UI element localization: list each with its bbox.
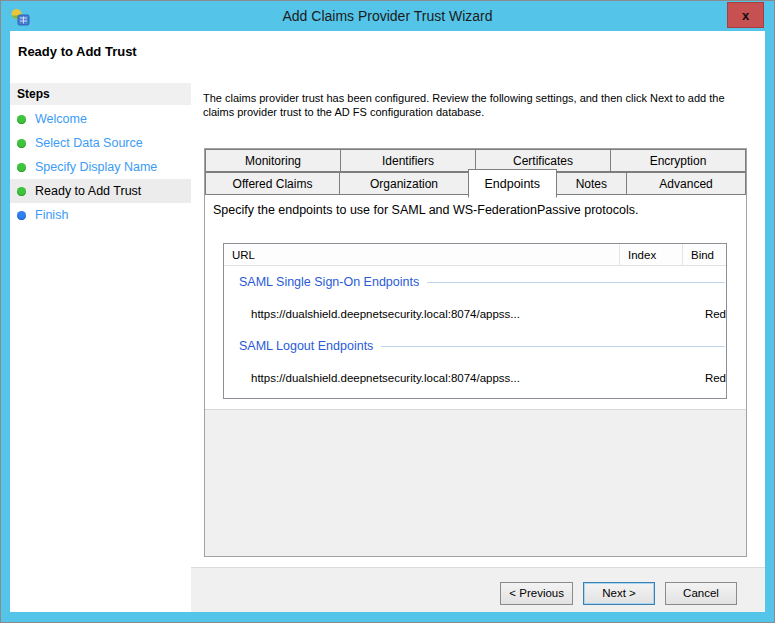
group-rule-line	[427, 282, 725, 283]
table-row[interactable]: https://dualshield.deepnetsecurity.local…	[224, 298, 726, 330]
listview-header: URL Index Bind	[224, 244, 726, 266]
column-header-index[interactable]: Index	[619, 244, 682, 265]
steps-sidebar: Steps Welcome Select Data Source Specify…	[10, 83, 191, 612]
close-button[interactable]: x	[727, 2, 764, 28]
column-header-url[interactable]: URL	[224, 244, 619, 265]
dialog-client-area: Ready to Add Trust Steps Welcome Select …	[10, 31, 765, 612]
step-current-icon	[17, 187, 26, 196]
step-done-icon	[17, 115, 26, 124]
close-icon: x	[742, 8, 749, 23]
sidebar-item-specify-display-name[interactable]: Specify Display Name	[10, 155, 191, 179]
table-row[interactable]: https://dualshield.deepnetsecurity.local…	[224, 362, 726, 394]
steps-list: Welcome Select Data Source Specify Displ…	[10, 105, 191, 227]
tab-identifiers[interactable]: Identifiers	[340, 149, 476, 172]
tab-control-lower-panel	[205, 409, 746, 556]
tab-monitoring[interactable]: Monitoring	[205, 149, 341, 172]
step-upcoming-icon	[17, 211, 26, 220]
tab-encryption[interactable]: Encryption	[610, 149, 746, 172]
previous-button[interactable]: < Previous	[500, 582, 573, 605]
step-done-icon	[17, 163, 26, 172]
steps-header: Steps	[10, 83, 191, 105]
next-button[interactable]: Next >	[583, 582, 655, 605]
endpoints-tab-page: Specify the endpoints to use for SAML an…	[205, 195, 746, 409]
sidebar-item-select-data-source[interactable]: Select Data Source	[10, 131, 191, 155]
properties-tab-control: Monitoring Identifiers Certificates Encr…	[204, 148, 747, 557]
wizard-description: The claims provider trust has been confi…	[203, 91, 755, 119]
endpoints-listview: URL Index Bind SAML Single Sign-On Endpo…	[223, 243, 727, 399]
tab-offered-claims[interactable]: Offered Claims	[205, 172, 340, 195]
window-title: Add Claims Provider Trust Wizard	[1, 8, 774, 24]
step-done-icon	[17, 139, 26, 148]
page-title: Ready to Add Trust	[18, 44, 137, 59]
cancel-button[interactable]: Cancel	[665, 582, 737, 605]
tab-advanced[interactable]: Advanced	[626, 172, 746, 195]
wizard-window: Add Claims Provider Trust Wizard x Ready…	[0, 0, 775, 623]
tab-row-2: Offered Claims Organization Endpoints No…	[205, 172, 746, 195]
sidebar-item-welcome[interactable]: Welcome	[10, 107, 191, 131]
tab-notes[interactable]: Notes	[556, 172, 628, 195]
tab-organization[interactable]: Organization	[339, 172, 469, 195]
column-header-binding[interactable]: Bind	[682, 244, 726, 265]
button-bar: < Previous Next > Cancel	[191, 567, 765, 612]
group-header-logout-endpoints: SAML Logout Endpoints	[224, 330, 726, 362]
tab-endpoints[interactable]: Endpoints	[468, 169, 557, 198]
sidebar-item-finish[interactable]: Finish	[10, 203, 191, 227]
group-rule-line	[381, 346, 725, 347]
group-header-sso-endpoints: SAML Single Sign-On Endpoints	[224, 266, 726, 298]
title-bar: Add Claims Provider Trust Wizard x	[1, 1, 774, 31]
sidebar-item-ready-to-add-trust[interactable]: Ready to Add Trust	[10, 179, 191, 203]
endpoints-instruction: Specify the endpoints to use for SAML an…	[205, 195, 746, 217]
